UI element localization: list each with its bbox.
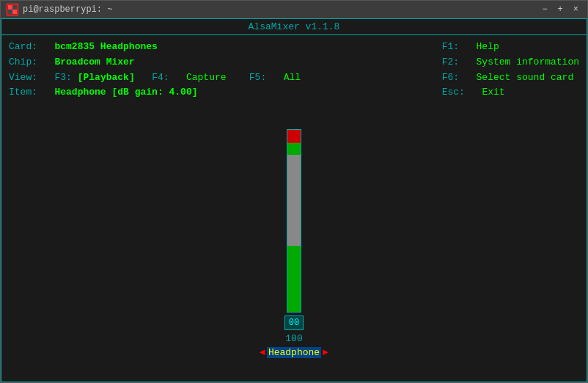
help-key: F1: — [442, 41, 459, 52]
item-value: Headphone [dB gain: 4.00] — [54, 87, 197, 98]
chip-label: Chip: — [9, 56, 37, 68]
view-f5-value: All — [284, 72, 301, 83]
svg-rect-1 — [12, 5, 17, 10]
minimize-button[interactable]: − — [539, 4, 550, 15]
item-line: Item: Headphone [dB gain: 4.00] — [9, 85, 442, 101]
window-title-bar: pi@raspberrypi: ~ − + × — [1, 1, 587, 18]
window-icon — [7, 4, 18, 15]
help-line: F1: Help — [442, 40, 579, 55]
title-bar-left: pi@raspberrypi: ~ — [7, 4, 112, 15]
channel-value-box: 00 — [284, 315, 304, 330]
close-button[interactable]: × — [570, 4, 581, 15]
info-right: F1: Help F2: System information F6: Sele… — [442, 40, 579, 101]
svg-rect-2 — [8, 10, 12, 14]
view-f4-key: F4: — [152, 72, 169, 83]
soundcard-line: F6: Select sound card — [442, 70, 579, 86]
maximize-button[interactable]: + — [555, 4, 566, 15]
terminal: AlsaMixer v1.1.8 Card: bcm2835 Headphone… — [1, 18, 587, 382]
window-title: pi@raspberrypi: ~ — [23, 4, 112, 15]
headphone-channel: 00 100 ◄ Headphone ► — [260, 129, 328, 358]
svg-rect-3 — [12, 10, 17, 14]
window: pi@raspberrypi: ~ − + × AlsaMixer v1.1.8… — [0, 0, 588, 383]
fader-gray-zone — [287, 155, 301, 246]
sysinfo-label: System information — [477, 56, 579, 68]
window-controls: − + × — [539, 4, 581, 15]
item-label: Item: — [9, 87, 37, 98]
help-label: Help — [477, 41, 499, 52]
channel-percent: 100 — [285, 333, 302, 344]
exit-key: Esc: — [442, 87, 465, 98]
fader-red-zone — [287, 130, 301, 143]
card-line: Card: bcm2835 Headphones — [9, 40, 442, 55]
mixer-area: 00 100 ◄ Headphone ► — [1, 105, 587, 382]
channel-value: 00 — [289, 318, 299, 328]
view-f3-key: F3: — [54, 72, 71, 83]
soundcard-key: F6: — [442, 72, 459, 83]
fader-green-bottom-zone — [287, 246, 301, 312]
view-f5-key: F5: — [249, 72, 266, 83]
arrow-right-icon: ► — [323, 347, 328, 358]
sysinfo-line: F2: System information — [442, 55, 579, 70]
channel-label-container: ◄ Headphone ► — [260, 347, 328, 358]
card-value: bcm2835 Headphones — [54, 41, 157, 52]
view-label: View: — [9, 72, 37, 83]
view-f4-value: Capture — [186, 72, 227, 83]
arrow-left-icon: ◄ — [260, 347, 265, 358]
info-left: Card: bcm2835 Headphones Chip: Broadcom … — [9, 40, 442, 101]
fader-container[interactable] — [287, 129, 301, 313]
exit-line: Esc: Exit — [442, 85, 579, 101]
alsamixer-title-bar: AlsaMixer v1.1.8 — [1, 19, 587, 35]
view-line: View: F3: [Playback] F4: Capture F5: All — [9, 70, 442, 86]
view-f3-value: [Playback] — [78, 72, 135, 83]
info-section: Card: bcm2835 Headphones Chip: Broadcom … — [1, 35, 587, 105]
svg-rect-0 — [8, 5, 12, 10]
channel-name: Headphone — [267, 347, 321, 358]
alsamixer-title: AlsaMixer v1.1.8 — [249, 21, 340, 32]
sysinfo-key: F2: — [442, 56, 459, 68]
chip-line: Chip: Broadcom Mixer — [9, 55, 442, 70]
soundcard-label: Select sound card — [477, 72, 574, 83]
card-label: Card: — [9, 41, 37, 52]
fader-green-top-zone — [287, 143, 301, 155]
chip-value: Broadcom Mixer — [54, 56, 134, 68]
exit-label: Exit — [482, 87, 504, 98]
